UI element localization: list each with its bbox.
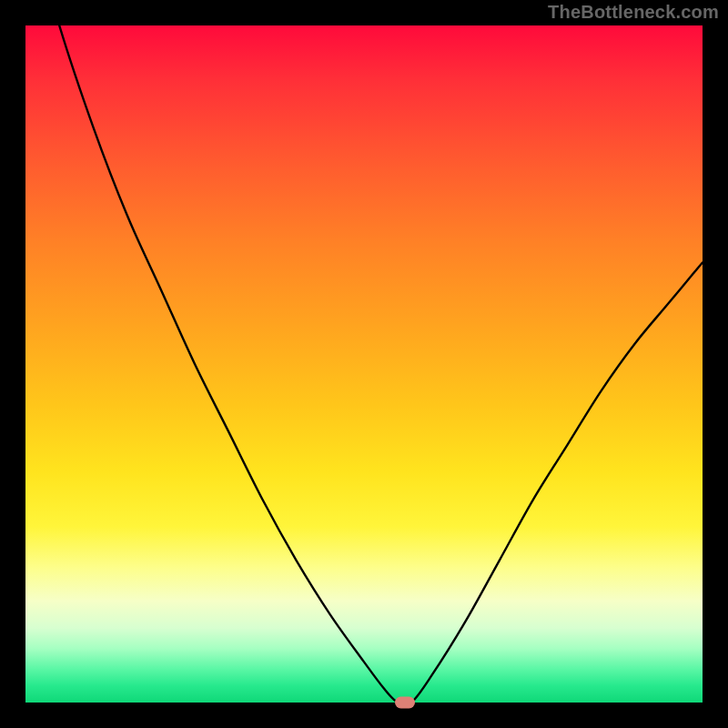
watermark-text: TheBottleneck.com	[548, 2, 719, 23]
bottleneck-curve	[25, 25, 703, 703]
plot-area	[25, 25, 703, 703]
chart-frame: TheBottleneck.com	[0, 0, 728, 728]
bottleneck-marker	[395, 697, 415, 709]
